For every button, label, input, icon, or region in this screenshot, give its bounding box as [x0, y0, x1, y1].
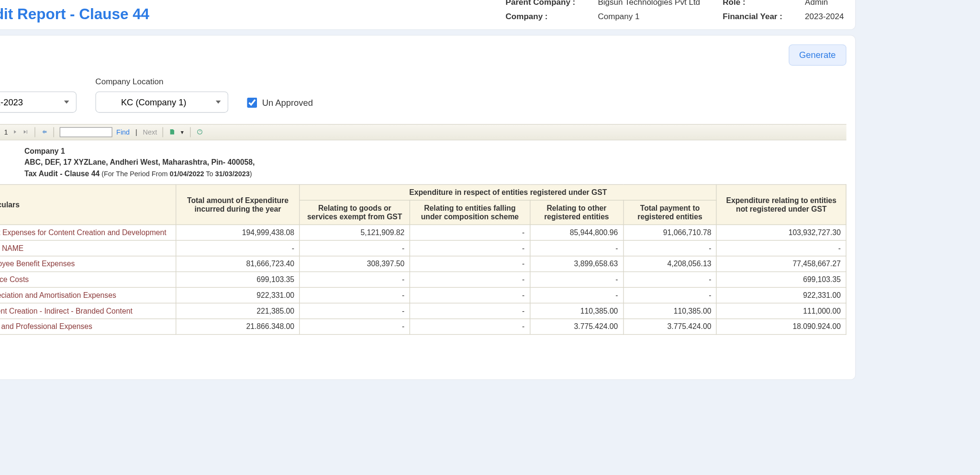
page-title: Tax Audit Report - Clause 44	[0, 5, 149, 23]
cell-c1: 194,999,438.08	[176, 225, 300, 240]
cell-c4: -	[530, 272, 623, 288]
cell-c2: -	[300, 319, 410, 335]
cell-c3: -	[410, 319, 530, 335]
cell-c5: 91,066,710.78	[624, 225, 717, 240]
table-row: 6 Content Creation - Indirect - Branded …	[0, 303, 846, 319]
fy-select[interactable]: 2022-2023	[0, 91, 77, 113]
cell-c4: -	[530, 287, 623, 303]
cell-c3: -	[410, 287, 530, 303]
table-row: 2 TEST NAME - - - - - -	[0, 240, 846, 256]
role-label: Role :	[723, 0, 782, 6]
generate-button[interactable]: Generate	[789, 45, 846, 66]
cell-c6: 77,458,667.27	[717, 256, 846, 272]
cell-c3: -	[410, 303, 530, 319]
next-link[interactable]: Next	[143, 128, 157, 136]
cell-c6: 103,932,727.30	[717, 225, 846, 240]
cell-c5: 3.775.424.00	[624, 319, 717, 335]
cell-part: Finance Costs	[0, 272, 176, 288]
cell-c3: -	[410, 240, 530, 256]
fy-value: 2023-2024	[805, 11, 844, 21]
cell-c4: 85,944,800.96	[530, 225, 623, 240]
table-row: 1 Direct Expenses for Content Creation a…	[0, 225, 846, 240]
cell-part: Employee Benefit Expenses	[0, 256, 176, 272]
col-total: Total amount of Expenditure incurred dur…	[176, 184, 300, 225]
cell-part: Direct Expenses for Content Creation and…	[0, 225, 176, 240]
welcome-text: Welcome to	[0, 0, 149, 4]
export-icon[interactable]	[169, 128, 176, 136]
fy-filter-label: Financial Year	[0, 77, 77, 87]
cell-c5: -	[624, 240, 717, 256]
next-page-icon[interactable]	[11, 128, 18, 136]
last-page-icon[interactable]	[22, 128, 29, 136]
parent-company-value: Bigsun Technologies Pvt Ltd	[598, 0, 700, 6]
table-row: 5 Depreciation and Amortisation Expenses…	[0, 287, 846, 303]
cell-c5: 110,385.00	[624, 303, 717, 319]
find-link[interactable]: Find	[116, 128, 130, 136]
report-address: ABC, DEF, 17 XYZLane, Andheri West, Maha…	[24, 158, 255, 167]
loc-filter-label: Company Location	[95, 77, 228, 87]
cell-c3: -	[410, 256, 530, 272]
cell-c1: 221,385.00	[176, 303, 300, 319]
unapproved-checkbox[interactable]	[247, 98, 257, 108]
cell-c6: -	[717, 240, 846, 256]
cell-part: Content Creation - Indirect - Branded Co…	[0, 303, 176, 319]
role-value: Admin	[805, 0, 844, 6]
cell-c3: -	[410, 272, 530, 288]
table-row: 3 Employee Benefit Expenses 81,666,723.4…	[0, 256, 846, 272]
cell-c5: 4,208,056.13	[624, 256, 717, 272]
cell-c2: -	[300, 303, 410, 319]
cell-c4: 3,899,658.63	[530, 256, 623, 272]
cell-c2: -	[300, 272, 410, 288]
cell-part: Legal and Professional Expenses	[0, 319, 176, 335]
cell-c1: 922,331.00	[176, 287, 300, 303]
cell-part: Depreciation and Amortisation Expenses	[0, 287, 176, 303]
cell-c6: 111,000.00	[717, 303, 846, 319]
cell-c1: 21.866.348.00	[176, 319, 300, 335]
cell-c1: -	[176, 240, 300, 256]
cell-c6: 699,103.35	[717, 272, 846, 288]
cell-c4: 3.775.424.00	[530, 319, 623, 335]
refresh-icon[interactable]	[197, 128, 203, 136]
cell-c3: -	[410, 225, 530, 240]
report-table: Sr. No. Particulars Total amount of Expe…	[0, 184, 846, 335]
parent-company-label: Parent Company :	[506, 0, 576, 6]
cell-c1: 699,103.35	[176, 272, 300, 288]
cell-c2: 308,397.50	[300, 256, 410, 272]
table-row: 7 Legal and Professional Expenses 21.866…	[0, 319, 846, 335]
find-input[interactable]	[60, 127, 112, 137]
cell-c2: 5,121,909.82	[300, 225, 410, 240]
cell-c4: -	[530, 240, 623, 256]
col-exempt: Relating to goods or services exempt fro…	[300, 200, 410, 225]
col-other: Relating to other registered entities	[530, 200, 623, 225]
col-totalpay: Total payment to registered entities	[624, 200, 717, 225]
unapproved-label: Un Approved	[262, 98, 313, 108]
cell-part: TEST NAME	[0, 240, 176, 256]
report-toolbar: of 1 Find | Next ▼	[0, 124, 846, 140]
cell-c5: -	[624, 287, 717, 303]
col-group: Expenditure in respect of entities regis…	[300, 184, 716, 200]
cell-c2: -	[300, 240, 410, 256]
location-select[interactable]: KC (Company 1)	[95, 91, 228, 113]
cell-c4: 110,385.00	[530, 303, 623, 319]
col-comp: Relating to entities falling under compo…	[410, 200, 530, 225]
table-row: 4 Finance Costs 699,103.35 - - - - 699,1…	[0, 272, 846, 288]
cell-c6: 18.090.924.00	[717, 319, 846, 335]
page-total: 1	[4, 128, 8, 136]
cell-c1: 81,666,723.40	[176, 256, 300, 272]
cell-c2: -	[300, 287, 410, 303]
back-icon[interactable]	[41, 128, 48, 136]
col-notreg: Expenditure relating to entities not reg…	[717, 184, 846, 225]
company-label: Company :	[506, 11, 576, 21]
report-company: Company 1	[24, 147, 65, 155]
cell-c5: -	[624, 272, 717, 288]
cell-c6: 922,331.00	[717, 287, 846, 303]
company-value: Company 1	[598, 11, 700, 21]
fy-label: Financial Year :	[723, 11, 782, 21]
col-part: Particulars	[0, 184, 176, 225]
report-title: Tax Audit - Clause 44	[24, 169, 100, 178]
